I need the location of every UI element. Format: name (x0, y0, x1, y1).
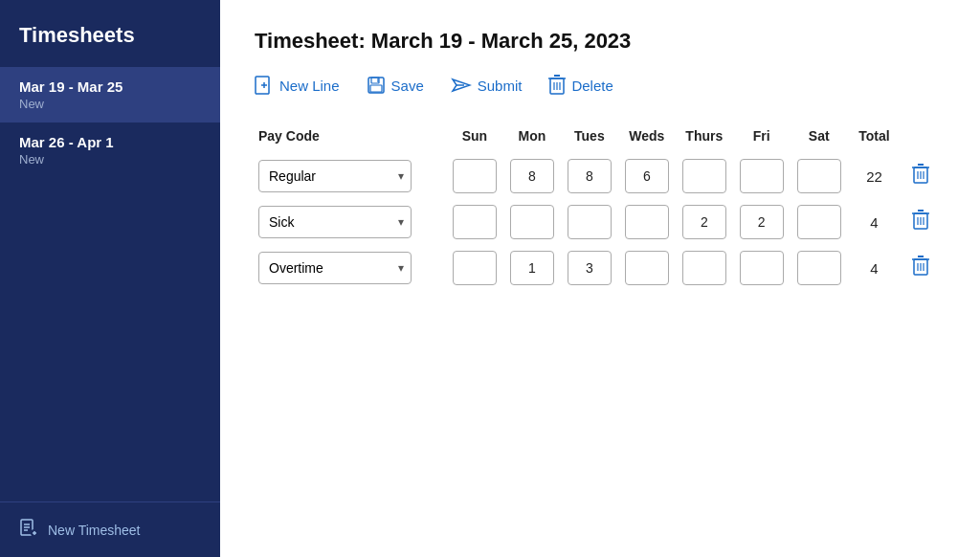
day-cell-thu-2 (676, 245, 733, 291)
day-cell-wed-0 (618, 153, 676, 199)
new-line-icon (255, 76, 274, 95)
col-header-tues: Tues (561, 123, 618, 153)
sidebar: Timesheets Mar 19 - Mar 25 New Mar 26 - … (0, 0, 220, 557)
day-input-sun-2[interactable] (453, 251, 497, 285)
save-label: Save (391, 78, 424, 94)
new-timesheet-button[interactable]: New Timesheet (0, 501, 220, 557)
day-cell-sun-0 (446, 153, 503, 199)
save-icon (367, 76, 386, 95)
day-cell-mon-2 (503, 245, 561, 291)
sidebar-item-dates-1: Mar 19 - Mar 25 (19, 78, 201, 95)
delete-row-button-1[interactable] (904, 206, 937, 239)
delete-cell-0 (901, 153, 946, 199)
day-cell-tue-0 (561, 153, 618, 199)
new-timesheet-label: New Timesheet (48, 523, 140, 538)
day-cell-fri-1 (733, 199, 791, 245)
day-input-mon-1[interactable] (510, 205, 554, 239)
day-input-tue-1[interactable] (568, 205, 612, 239)
sidebar-item-mar19[interactable]: Mar 19 - Mar 25 New (0, 67, 220, 123)
timesheet-table: Pay Code Sun Mon Tues Weds Thurs Fri Sat… (255, 123, 946, 291)
day-input-tue-2[interactable] (568, 251, 612, 285)
day-input-tue-0[interactable] (568, 159, 612, 193)
day-input-sun-1[interactable] (453, 205, 497, 239)
day-input-thu-2[interactable] (682, 251, 726, 285)
table-row: RegularSickOvertimeHolidayPTOVacation▾4 (255, 199, 946, 245)
svg-rect-12 (370, 85, 382, 92)
day-input-fri-1[interactable] (740, 205, 784, 239)
day-input-mon-0[interactable] (510, 159, 554, 193)
day-cell-sat-1 (791, 199, 848, 245)
day-input-sat-0[interactable] (797, 159, 841, 193)
toolbar: New Line Save Submit (255, 75, 946, 96)
day-cell-wed-1 (618, 199, 676, 245)
delete-toolbar-label: Delete (571, 78, 612, 94)
sidebar-title: Timesheets (0, 0, 220, 67)
day-cell-sat-2 (791, 245, 848, 291)
day-input-mon-2[interactable] (510, 251, 554, 285)
page-title: Timesheet: March 19 - March 25, 2023 (255, 29, 946, 54)
total-cell-1: 4 (848, 199, 902, 245)
pay-code-cell-2: RegularSickOvertimeHolidayPTOVacation▾ (255, 245, 446, 291)
day-cell-sun-1 (446, 199, 503, 245)
trash-icon (912, 164, 929, 185)
col-header-fri: Fri (733, 123, 791, 153)
day-cell-thu-0 (676, 153, 733, 199)
day-cell-fri-0 (733, 153, 791, 199)
col-header-actions (901, 123, 946, 153)
delete-row-button-0[interactable] (904, 160, 937, 193)
sidebar-item-status-1: New (19, 97, 201, 111)
save-button[interactable]: Save (367, 76, 424, 95)
sidebar-item-dates-2: Mar 26 - Apr 1 (19, 134, 201, 150)
day-cell-fri-2 (733, 245, 791, 291)
pay-code-cell-0: RegularSickOvertimeHolidayPTOVacation▾ (255, 153, 446, 199)
delete-toolbar-icon (548, 75, 566, 96)
day-cell-sat-0 (791, 153, 848, 199)
day-cell-thu-1 (676, 199, 733, 245)
pay-code-select-0[interactable]: RegularSickOvertimeHolidayPTOVacation (258, 160, 412, 192)
sidebar-item-status-2: New (19, 152, 201, 167)
new-line-button[interactable]: New Line (255, 76, 340, 95)
day-cell-wed-2 (618, 245, 676, 291)
col-header-weds: Weds (618, 123, 676, 153)
col-header-thurs: Thurs (676, 123, 733, 153)
submit-label: Submit (478, 78, 523, 94)
day-cell-tue-2 (561, 245, 618, 291)
day-input-fri-2[interactable] (740, 251, 784, 285)
trash-icon (912, 210, 929, 231)
day-input-wed-1[interactable] (625, 205, 669, 239)
col-header-mon: Mon (503, 123, 561, 153)
pay-code-select-2[interactable]: RegularSickOvertimeHolidayPTOVacation (258, 252, 412, 284)
delete-row-button-2[interactable] (904, 252, 937, 285)
new-line-label: New Line (279, 78, 340, 94)
sidebar-item-mar26[interactable]: Mar 26 - Apr 1 New (0, 123, 220, 178)
submit-button[interactable]: Submit (451, 78, 523, 94)
day-input-fri-0[interactable] (740, 159, 784, 193)
total-cell-0: 22 (848, 153, 902, 199)
day-cell-sun-2 (446, 245, 503, 291)
day-cell-mon-1 (503, 199, 561, 245)
table-row: RegularSickOvertimeHolidayPTOVacation▾4 (255, 245, 946, 291)
day-input-sat-1[interactable] (797, 205, 841, 239)
col-header-paycode: Pay Code (255, 123, 446, 153)
delete-toolbar-button[interactable]: Delete (548, 75, 612, 96)
pay-code-cell-1: RegularSickOvertimeHolidayPTOVacation▾ (255, 199, 446, 245)
day-input-thu-1[interactable] (682, 205, 726, 239)
main-content: Timesheet: March 19 - March 25, 2023 New… (220, 0, 980, 557)
day-input-wed-2[interactable] (625, 251, 669, 285)
total-cell-2: 4 (848, 245, 902, 291)
day-cell-tue-1 (561, 199, 618, 245)
day-input-thu-0[interactable] (682, 159, 726, 193)
col-header-total: Total (848, 123, 902, 153)
day-input-wed-0[interactable] (625, 159, 669, 193)
delete-cell-2 (901, 245, 946, 291)
table-row: RegularSickOvertimeHolidayPTOVacation▾22 (255, 153, 946, 199)
pay-code-select-1[interactable]: RegularSickOvertimeHolidayPTOVacation (258, 206, 412, 238)
submit-icon (451, 78, 472, 93)
delete-cell-1 (901, 199, 946, 245)
day-cell-mon-0 (503, 153, 561, 199)
day-input-sat-2[interactable] (797, 251, 841, 285)
new-timesheet-icon (19, 518, 38, 542)
trash-icon (912, 256, 929, 277)
col-header-sun: Sun (446, 123, 503, 153)
day-input-sun-0[interactable] (453, 159, 497, 193)
